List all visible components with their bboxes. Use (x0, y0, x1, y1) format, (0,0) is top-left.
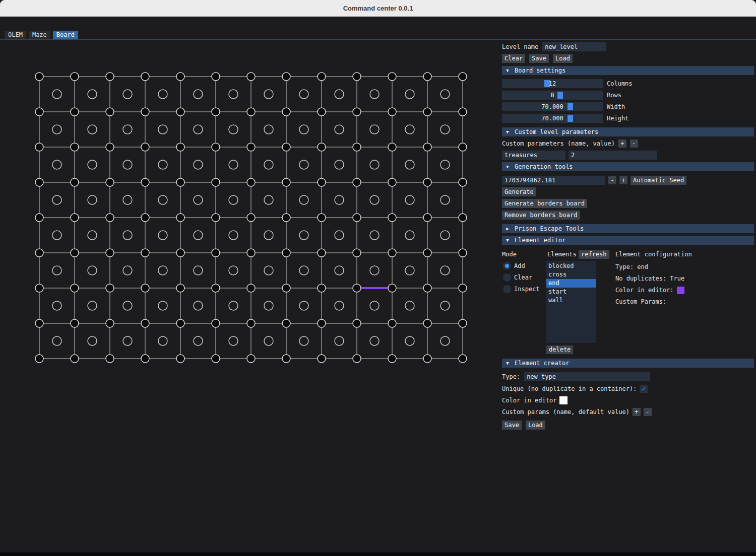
param-value-input[interactable]: 2 (569, 151, 657, 160)
config-custom-params-label: Custom Params: (615, 298, 666, 305)
seed-minus-button[interactable]: - (608, 176, 616, 184)
element-item-end[interactable]: end (546, 279, 596, 288)
width-label: Width (607, 103, 625, 110)
app-window: Command center 0.0.1 OLEM Maze Board Lev… (0, 0, 756, 556)
prison-tools-title: Prison Escape Tools (515, 225, 584, 232)
mode-inspect-option[interactable]: Inspect (503, 285, 540, 294)
mode-label: Mode (502, 251, 517, 258)
custom-level-params-header[interactable]: ▼ Custom level parameters (502, 127, 754, 136)
mode-add-label: Add (514, 262, 525, 269)
height-label: Height (607, 115, 628, 122)
elements-listbox[interactable]: blocked cross end start wall (546, 261, 596, 343)
rows-slider[interactable]: 8 (502, 91, 603, 100)
radio-icon (503, 285, 511, 293)
config-no-duplicates-text: No duplicates: True (615, 275, 684, 282)
element-creator-header[interactable]: ▼ Element creator (502, 359, 754, 368)
param-name-value: treasures (505, 152, 537, 159)
creator-save-button[interactable]: Save (502, 421, 522, 430)
columns-label: Columns (607, 80, 633, 87)
right-panel: Level name new_level Clear Save Load ▼ B… (502, 42, 754, 552)
creator-load-button[interactable]: Load (526, 421, 545, 430)
generate-borders-button[interactable]: Generate borders board (502, 199, 587, 208)
board-settings-title: Board settings (515, 67, 565, 74)
seed-value: 1703794862.181 (505, 177, 555, 184)
level-name-input[interactable]: new_level (542, 42, 606, 51)
element-editor-header[interactable]: ▼ Element editor (502, 236, 754, 245)
rows-label: Rows (607, 92, 621, 99)
level-name-value: new_level (545, 43, 578, 50)
config-color-label: Color in editor: (615, 287, 674, 294)
creator-custom-params-label: Custom params (name, default value) (502, 408, 629, 415)
generate-button[interactable]: Generate (502, 187, 536, 196)
triangle-down-icon: ▼ (505, 129, 511, 134)
element-item-start[interactable]: start (546, 288, 596, 296)
creator-remove-param-button[interactable]: - (644, 408, 652, 416)
seed-plus-button[interactable]: + (619, 176, 627, 184)
custom-params-label: Custom parameters (name, value) (502, 140, 615, 147)
mode-add-option[interactable]: Add (503, 261, 525, 270)
mode-clear-option[interactable]: Clear (503, 273, 532, 282)
custom-level-params-title: Custom level parameters (515, 128, 598, 135)
refresh-elements-button[interactable]: refresh (579, 250, 609, 259)
mode-inspect-label: Inspect (514, 286, 540, 293)
remove-param-button[interactable]: - (630, 140, 638, 148)
triangle-down-icon: ▼ (505, 238, 511, 243)
width-value: 70.000 (502, 102, 603, 111)
level-name-label: Level name (502, 43, 538, 50)
check-icon: ✓ (642, 385, 646, 392)
param-name-input[interactable]: treasures (502, 151, 565, 160)
seed-input[interactable]: 1703794862.181 (502, 176, 605, 185)
element-item-wall[interactable]: wall (546, 296, 596, 305)
creator-color-swatch[interactable] (559, 396, 568, 404)
triangle-down-icon: ▼ (505, 164, 511, 169)
creator-add-param-button[interactable]: + (633, 408, 641, 416)
generation-tools-title: Generation tools (515, 163, 573, 170)
triangle-down-icon: ▼ (505, 361, 511, 366)
config-type-text: Type: end (615, 263, 648, 270)
columns-slider[interactable]: 12 (502, 79, 603, 88)
mode-clear-label: Clear (514, 274, 532, 281)
element-item-cross[interactable]: cross (546, 270, 596, 279)
rows-value: 8 (502, 91, 603, 100)
triangle-right-icon: ▶ (505, 226, 511, 231)
generation-tools-header[interactable]: ▼ Generation tools (502, 162, 754, 171)
automatic-seed-button[interactable]: Automatic Seed (631, 176, 686, 185)
element-item-blocked[interactable]: blocked (546, 262, 596, 270)
creator-type-label: Type: (502, 373, 520, 380)
height-slider[interactable]: 70.000 (502, 114, 603, 123)
clear-level-button[interactable]: Clear (502, 54, 525, 63)
remove-borders-button[interactable]: Remove borders board (502, 211, 580, 220)
element-configuration-label: Element configuration (615, 251, 692, 258)
creator-color-label: Color in editor (502, 397, 556, 404)
element-editor-title: Element editor (515, 237, 565, 244)
load-level-button[interactable]: Load (553, 54, 573, 63)
creator-type-input[interactable]: new_type (524, 372, 650, 381)
element-creator-title: Element creator (515, 360, 569, 367)
radio-icon (503, 273, 511, 282)
param-value-value: 2 (571, 152, 575, 159)
unique-checkbox[interactable]: ✓ (640, 385, 648, 393)
creator-type-value: new_type (527, 373, 556, 380)
save-level-button[interactable]: Save (529, 54, 549, 63)
elements-label: Elements (547, 251, 577, 258)
board-settings-header[interactable]: ▼ Board settings (502, 66, 754, 75)
add-param-button[interactable]: + (618, 140, 626, 148)
creator-unique-label: Unique (no duplicate in a container): (502, 385, 637, 392)
radio-selected-icon (503, 262, 511, 270)
width-slider[interactable]: 70.000 (502, 102, 603, 111)
height-value: 70.000 (502, 114, 603, 123)
delete-element-button[interactable]: delete (546, 345, 573, 354)
triangle-down-icon: ▼ (505, 68, 511, 73)
prison-tools-header[interactable]: ▶ Prison Escape Tools (502, 224, 754, 233)
columns-value: 12 (502, 79, 603, 88)
element-color-swatch[interactable] (677, 287, 684, 294)
